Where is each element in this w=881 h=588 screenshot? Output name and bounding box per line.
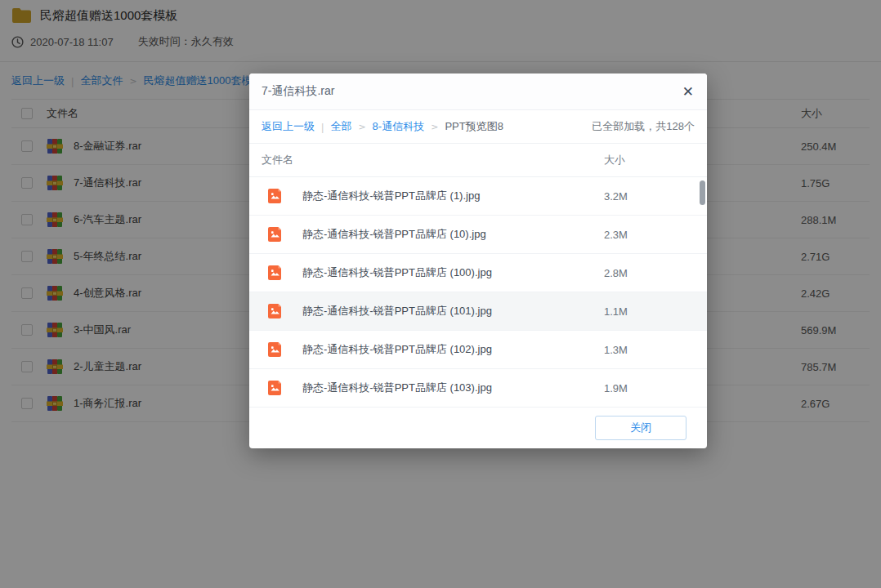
image-file-icon <box>267 265 284 281</box>
archive-preview-modal: 7-通信科技.rar ✕ 返回上一级 | 全部 > 8-通信科技 > PPT预览… <box>249 74 707 448</box>
modal-list-item[interactable]: 静态-通信科技-锐普PPT品牌店 (1).jpg 3.2M <box>249 177 707 216</box>
image-file-name[interactable]: 静态-通信科技-锐普PPT品牌店 (101).jpg <box>302 304 598 318</box>
close-icon[interactable]: ✕ <box>682 85 694 99</box>
modal-list-item[interactable]: 静态-通信科技-锐普PPT品牌店 (103).jpg 1.9M <box>249 369 707 408</box>
image-file-size: 2.3M <box>598 229 695 241</box>
modal-name-column-header: 文件名 <box>262 153 598 167</box>
breadcrumb-separator: | <box>321 121 324 133</box>
image-file-name[interactable]: 静态-通信科技-锐普PPT品牌店 (1).jpg <box>302 189 598 203</box>
modal-breadcrumb-all-link[interactable]: 全部 <box>330 119 351 134</box>
image-file-size: 1.3M <box>598 344 695 356</box>
image-file-icon <box>267 341 284 358</box>
image-file-size: 1.9M <box>598 382 695 394</box>
scrollbar-thumb[interactable] <box>700 180 705 205</box>
modal-header: 7-通信科技.rar ✕ <box>249 74 707 110</box>
image-file-icon <box>267 303 284 319</box>
image-file-size: 1.1M <box>598 305 695 318</box>
close-button[interactable]: 关闭 <box>595 416 686 440</box>
modal-file-list: 静态-通信科技-锐普PPT品牌店 (1).jpg 3.2M 静态-通信科技-锐普… <box>249 177 707 408</box>
modal-breadcrumb-back-link[interactable]: 返回上一级 <box>262 119 315 134</box>
image-file-name[interactable]: 静态-通信科技-锐普PPT品牌店 (100).jpg <box>302 265 598 280</box>
modal-table-header: 文件名 大小 <box>249 144 707 177</box>
image-file-name[interactable]: 静态-通信科技-锐普PPT品牌店 (103).jpg <box>302 381 598 395</box>
modal-title: 7-通信科技.rar <box>262 84 682 99</box>
image-file-size: 2.8M <box>598 267 695 279</box>
image-file-icon <box>267 226 284 243</box>
image-file-icon <box>267 188 284 204</box>
image-file-name[interactable]: 静态-通信科技-锐普PPT品牌店 (10).jpg <box>302 227 598 242</box>
modal-size-column-header: 大小 <box>598 153 695 167</box>
modal-footer: 关闭 <box>249 408 707 448</box>
modal-list-item[interactable]: 静态-通信科技-锐普PPT品牌店 (102).jpg 1.3M <box>249 331 707 369</box>
image-file-size: 3.2M <box>598 190 695 203</box>
modal-list-item[interactable]: 静态-通信科技-锐普PPT品牌店 (10).jpg 2.3M <box>249 216 707 254</box>
chevron-right-icon: > <box>358 122 365 132</box>
load-status-text: 已全部加载，共128个 <box>592 119 695 134</box>
modal-list-item[interactable]: 静态-通信科技-锐普PPT品牌店 (101).jpg 1.1M <box>249 292 707 331</box>
modal-list-item[interactable]: 静态-通信科技-锐普PPT品牌店 (100).jpg 2.8M <box>249 254 707 292</box>
modal-breadcrumb-current: PPT预览图8 <box>445 119 503 134</box>
image-file-name[interactable]: 静态-通信科技-锐普PPT品牌店 (102).jpg <box>302 342 598 357</box>
modal-breadcrumb: 返回上一级 | 全部 > 8-通信科技 > PPT预览图8 已全部加载，共128… <box>249 110 707 144</box>
modal-breadcrumb-folder-link[interactable]: 8-通信科技 <box>373 119 425 134</box>
image-file-icon <box>267 380 284 396</box>
chevron-right-icon: > <box>431 122 438 132</box>
